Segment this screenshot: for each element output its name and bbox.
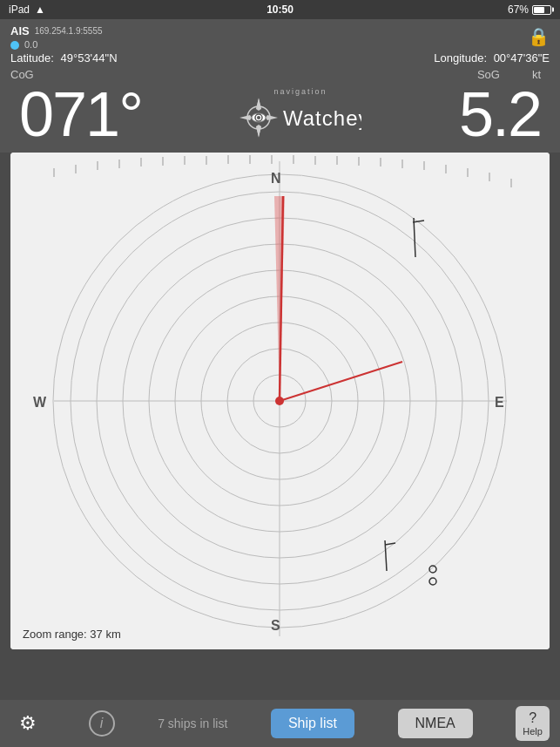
header: AIS 169.254.1.9:5555 0.0 🔒 Latitude: 49°…: [0, 19, 560, 153]
wifi-icon: ▲: [35, 3, 45, 16]
zoom-range-label: Zoom range:: [23, 628, 87, 641]
status-bar: iPad ▲ 10:50 67%: [0, 0, 560, 19]
settings-icon: ⚙: [19, 712, 37, 735]
ais-dot: [10, 41, 19, 50]
sog-value: 5.2: [459, 83, 541, 146]
nmea-label: NMEA: [415, 716, 455, 730]
zoom-label: Zoom range: 37 km: [23, 628, 121, 641]
latitude-label: Latitude:: [10, 51, 54, 65]
big-display: 071° navigation: [10, 83, 550, 146]
cog-value: 071°: [19, 83, 142, 146]
bottom-bar: ⚙ i 7 ships in list Ship list NMEA ? Hel…: [0, 700, 560, 747]
ais-info: AIS 169.254.1.9:5555 0.0: [10, 24, 103, 50]
ais-title: AIS: [10, 24, 30, 37]
ship-list-label: Ship list: [288, 716, 337, 730]
compass-e: E: [495, 395, 504, 410]
battery-fill: [534, 7, 544, 13]
status-left: iPad ▲: [9, 3, 45, 16]
battery-percent: 67%: [508, 3, 529, 16]
carrier-label: iPad: [9, 3, 30, 16]
longitude-label: Longitude:: [434, 51, 487, 65]
watcheye-logo: navigation: [240, 87, 361, 142]
lock-icon: 🔒: [528, 26, 550, 47]
status-time: 10:50: [267, 3, 293, 16]
header-row2: Latitude: 49°53'44"N Longitude: 00°47'36…: [10, 51, 550, 65]
radar-container[interactable]: N S W E: [10, 153, 550, 649]
longitude-display: Longitude: 00°47'36"E: [434, 51, 550, 65]
compass-n: N: [271, 171, 281, 186]
ship-list-button[interactable]: Ship list: [271, 709, 354, 738]
help-icon: ?: [529, 710, 536, 726]
ais-ip: 169.254.1.9:5555: [35, 26, 103, 36]
info-icon: i: [100, 716, 104, 731]
ships-count: 7 ships in list: [158, 716, 227, 730]
latitude-display: Latitude: 49°53'44"N: [10, 51, 118, 65]
center-dot: [275, 397, 284, 405]
info-button[interactable]: i: [89, 710, 115, 737]
logo-svg: Watcheye: [240, 94, 361, 142]
ais-version: 0.0: [24, 39, 37, 50]
zoom-range-value: 37 km: [90, 628, 120, 641]
latitude-value: 49°53'44"N: [61, 51, 118, 65]
longitude-value: 00°47'36"E: [494, 51, 550, 65]
settings-button[interactable]: ⚙: [10, 706, 45, 741]
compass-w: W: [33, 395, 47, 410]
svg-marker-2: [240, 115, 252, 120]
help-label: Help: [523, 726, 543, 737]
help-button[interactable]: ? Help: [516, 706, 550, 741]
logo-text: Watcheye: [283, 106, 361, 130]
header-row1: AIS 169.254.1.9:5555 0.0 🔒: [10, 24, 550, 50]
compass-s: S: [271, 618, 280, 633]
nmea-button[interactable]: NMEA: [398, 709, 473, 738]
svg-point-11: [257, 116, 260, 119]
status-right: 67%: [508, 3, 551, 16]
battery-icon: [532, 5, 551, 15]
svg-marker-3: [266, 115, 278, 120]
radar-svg: N S W E: [10, 153, 550, 649]
